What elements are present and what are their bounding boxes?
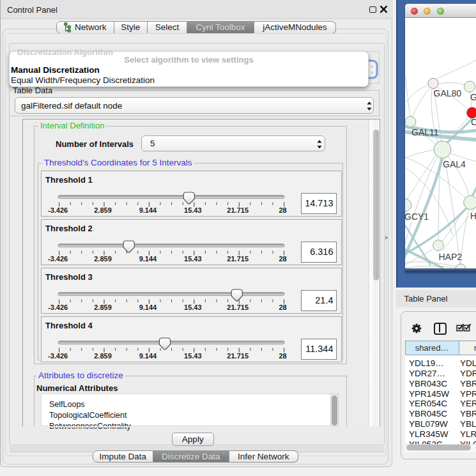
svg-text:15.43: 15.43 [184,255,202,263]
svg-text:-3.426: -3.426 [48,352,68,360]
svg-text:9.144: 9.144 [139,303,157,311]
svg-text:21.715: 21.715 [227,352,249,360]
svg-text:HA: HA [470,211,476,221]
svg-text:GA: GA [470,92,476,102]
svg-text:2.859: 2.859 [94,255,112,263]
svg-text:GAL11: GAL11 [411,127,439,137]
svg-text:28: 28 [279,206,286,214]
svg-text:28: 28 [279,255,286,263]
svg-text:GCY1: GCY1 [405,211,429,222]
svg-text:9.144: 9.144 [139,255,157,263]
svg-text:-3.426: -3.426 [48,255,68,263]
svg-text:21.715: 21.715 [227,255,249,263]
svg-text:2.859: 2.859 [94,303,112,311]
svg-text:15.43: 15.43 [184,303,202,311]
svg-text:-3.426: -3.426 [48,206,68,214]
svg-text:21.715: 21.715 [227,206,249,214]
svg-text:9.144: 9.144 [139,206,157,214]
svg-text:2.859: 2.859 [94,206,112,214]
svg-text:GAL80: GAL80 [434,88,462,98]
svg-text:15.43: 15.43 [184,206,202,214]
svg-text:21.715: 21.715 [227,303,249,311]
svg-text:HAP2: HAP2 [439,252,463,262]
svg-text:28: 28 [279,352,286,360]
svg-text:15.43: 15.43 [184,352,202,360]
svg-text:CY: CY [471,117,476,127]
svg-text:-3.426: -3.426 [48,303,68,311]
svg-text:28: 28 [279,303,286,311]
svg-text:9.144: 9.144 [139,352,157,360]
svg-text:2.859: 2.859 [94,352,112,360]
svg-text:GAL4: GAL4 [443,159,466,169]
